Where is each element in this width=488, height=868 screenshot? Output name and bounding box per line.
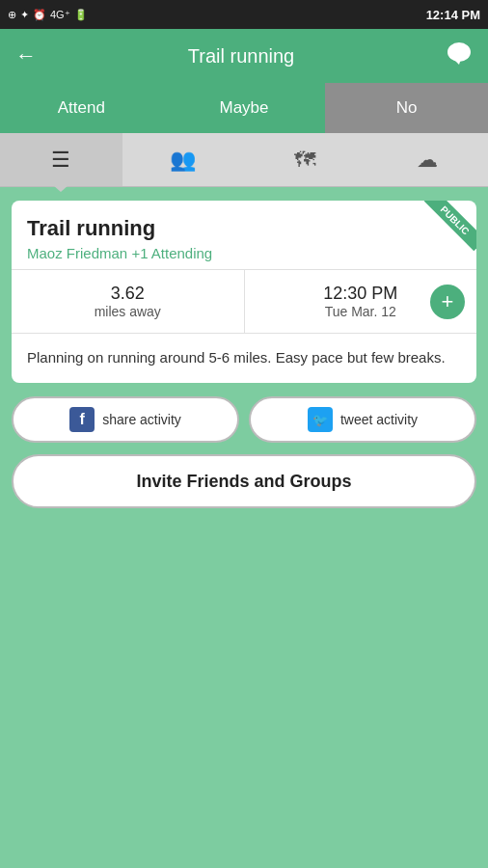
event-card: Trail running Maoz Friedman +1 Attending… bbox=[12, 201, 476, 383]
tab-map[interactable]: 🗺 bbox=[244, 133, 366, 186]
tweet-label: tweet activity bbox=[340, 412, 418, 427]
time-info: 12:30 PM Tue Mar. 12 + bbox=[245, 270, 477, 333]
distance-info: 3.62 miles away bbox=[12, 270, 245, 333]
attendee-name: Maoz Friedman bbox=[27, 245, 127, 261]
attendee-info: Maoz Friedman +1 Attending bbox=[27, 245, 461, 261]
status-time: 12:14 PM bbox=[426, 8, 480, 22]
signal-icon: 4G⁺ bbox=[50, 9, 70, 21]
status-bar: ⊕ ✦ ⏰ 4G⁺ 🔋 12:14 PM bbox=[0, 0, 488, 29]
invite-button[interactable]: Invite Friends and Groups bbox=[12, 454, 476, 508]
content-area: Trail running Maoz Friedman +1 Attending… bbox=[0, 187, 488, 522]
tab-bar: ☰ 👥 🗺 ☁ bbox=[0, 133, 488, 187]
status-icons: ⊕ ✦ ⏰ 4G⁺ 🔋 bbox=[8, 9, 88, 21]
list-icon: ☰ bbox=[51, 148, 70, 173]
public-badge bbox=[419, 201, 476, 258]
share-label: share activity bbox=[102, 412, 181, 427]
page-title: Trail running bbox=[41, 45, 442, 68]
distance-value: 3.62 bbox=[25, 284, 230, 304]
card-info-row: 3.62 miles away 12:30 PM Tue Mar. 12 + bbox=[12, 269, 476, 334]
people-icon: 👥 bbox=[170, 148, 196, 173]
battery-icon: 🔋 bbox=[74, 9, 88, 21]
bluetooth-icon: ✦ bbox=[20, 9, 29, 21]
tweet-activity-button[interactable]: 🐦 tweet activity bbox=[249, 396, 476, 443]
back-button[interactable]: ← bbox=[12, 40, 41, 72]
alarm-icon: ⏰ bbox=[33, 9, 46, 21]
wifi-icon: ⊕ bbox=[8, 9, 16, 21]
event-title: Trail running bbox=[27, 216, 461, 241]
add-button[interactable]: + bbox=[430, 285, 465, 319]
twitter-icon: 🐦 bbox=[308, 407, 333, 432]
no-button[interactable]: No bbox=[325, 83, 488, 133]
weather-icon: ☁ bbox=[417, 148, 438, 173]
svg-marker-1 bbox=[453, 59, 461, 65]
action-buttons: f share activity 🐦 tweet activity bbox=[12, 396, 476, 443]
tab-list[interactable]: ☰ bbox=[0, 133, 122, 186]
header: ← Trail running bbox=[0, 29, 488, 83]
facebook-icon: f bbox=[69, 407, 95, 432]
attendee-count: +1 Attending bbox=[131, 245, 212, 261]
share-activity-button[interactable]: f share activity bbox=[12, 396, 239, 443]
rsvp-bar: Attend Maybe No bbox=[0, 83, 488, 133]
map-icon: 🗺 bbox=[294, 148, 315, 173]
card-header: Trail running Maoz Friedman +1 Attending bbox=[12, 201, 476, 269]
attend-button[interactable]: Attend bbox=[0, 83, 163, 133]
maybe-button[interactable]: Maybe bbox=[163, 83, 326, 133]
event-description: Planning on running around 5-6 miles. Ea… bbox=[12, 334, 476, 383]
distance-unit: miles away bbox=[25, 304, 230, 319]
tab-weather[interactable]: ☁ bbox=[366, 133, 489, 186]
tab-people[interactable]: 👥 bbox=[122, 133, 245, 186]
message-button[interactable] bbox=[442, 36, 476, 76]
